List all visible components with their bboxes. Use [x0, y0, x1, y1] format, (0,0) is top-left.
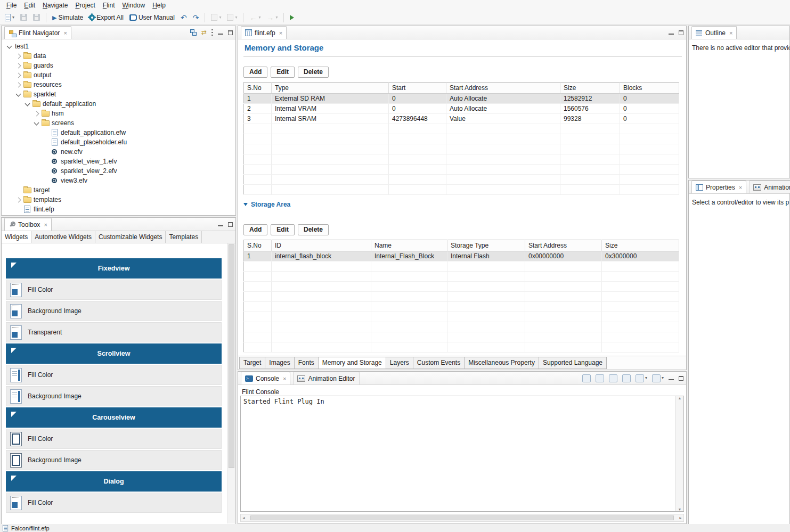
toolbox-tab-widgets[interactable]: Widgets — [2, 231, 31, 243]
toolbox-tab-templates[interactable]: Templates — [166, 231, 202, 243]
maximize-icon[interactable] — [679, 376, 683, 381]
menu-item-navigate[interactable]: Navigate — [39, 1, 71, 10]
new-button[interactable]: ▾ — [3, 13, 16, 22]
widget-category-header[interactable]: Scrollview — [6, 343, 222, 364]
expand-chevron-icon[interactable] — [14, 83, 22, 87]
collapse-chevron-icon[interactable] — [5, 45, 13, 48]
save-all-button[interactable] — [31, 13, 42, 22]
editor-tab-images[interactable]: Images — [265, 357, 294, 369]
animation-tab[interactable]: Animation — [749, 181, 790, 193]
memory-column-header[interactable]: Start — [389, 83, 446, 94]
tree-item[interactable]: flint.efp — [2, 204, 235, 214]
redo-button[interactable]: ↷ — [191, 13, 201, 22]
previous-annotation-button[interactable]: ▾ — [225, 13, 239, 22]
expand-chevron-icon[interactable] — [14, 64, 22, 68]
tree-item[interactable]: test1 — [2, 42, 235, 51]
tree-item[interactable]: resources — [2, 80, 235, 89]
properties-tab[interactable]: Properties × — [691, 181, 746, 193]
maximize-icon[interactable] — [228, 30, 233, 35]
widget-item-fixedview-transparent[interactable]: Transparent — [6, 322, 222, 342]
memory-row[interactable]: 2Internal VRAM0Auto Allocate15605760 — [244, 104, 679, 114]
widget-item-scrollview-fill-color[interactable]: Fill Color — [6, 365, 222, 385]
widget-category-header[interactable]: Carouselview — [6, 407, 222, 428]
widget-item-carouselview-fill-color[interactable]: Fill Color — [6, 429, 222, 449]
scroll-right-icon[interactable]: ► — [679, 516, 682, 520]
toolbox-tab[interactable]: Toolbox × — [4, 218, 52, 231]
pin-console-icon[interactable] — [622, 374, 631, 382]
tree-item[interactable]: sparklet — [2, 89, 235, 99]
scroll-lock-icon[interactable] — [596, 374, 604, 382]
close-icon[interactable]: × — [739, 184, 742, 191]
memory-add-button[interactable]: Add — [243, 67, 267, 78]
user-manual-button[interactable]: User Manual — [128, 13, 176, 22]
storage-column-header[interactable]: Start Address — [525, 240, 602, 251]
tree-item[interactable]: default_application — [2, 99, 235, 109]
storage-delete-button[interactable]: Delete — [298, 224, 329, 235]
close-icon[interactable]: × — [63, 30, 67, 36]
storage-column-header[interactable]: Storage Type — [447, 240, 525, 251]
navigator-tab[interactable]: Flint Navigator × — [4, 26, 71, 39]
minimize-icon[interactable] — [669, 30, 674, 35]
editor-tab[interactable]: flint.efp × — [241, 26, 287, 39]
scroll-left-icon[interactable]: ◄ — [242, 516, 246, 520]
close-icon[interactable]: × — [44, 222, 47, 228]
minimize-icon[interactable] — [669, 376, 674, 380]
scrollbar-thumb[interactable] — [229, 244, 234, 468]
last-edit-location-button[interactable] — [288, 14, 296, 21]
storage-edit-button[interactable]: Edit — [271, 224, 295, 235]
tree-item[interactable]: new.efv — [2, 147, 235, 157]
memory-row[interactable]: 3Internal SRAM4273896448Value993280 — [244, 114, 679, 124]
expand-chevron-icon[interactable] — [14, 54, 22, 58]
editor-tab-fonts[interactable]: Fonts — [294, 357, 319, 369]
maximize-icon[interactable] — [679, 30, 683, 35]
animation-editor-tab[interactable]: Animation Editor — [293, 372, 359, 384]
collapse-chevron-icon[interactable] — [32, 122, 40, 125]
maximize-icon[interactable] — [228, 222, 233, 227]
memory-column-header[interactable]: Blocks — [620, 83, 679, 94]
link-with-editor-icon[interactable]: ⇄ — [201, 29, 207, 36]
close-icon[interactable]: × — [283, 375, 286, 382]
toolbox-tab-automotive-widgets[interactable]: Automotive Widgets — [31, 231, 95, 243]
menu-item-window[interactable]: Window — [119, 1, 148, 10]
word-wrap-icon[interactable] — [609, 374, 617, 382]
console-horizontal-scrollbar[interactable]: ◄ ► — [240, 514, 684, 522]
view-menu-icon[interactable] — [211, 29, 213, 36]
scroll-down-icon[interactable]: ▼ — [678, 508, 682, 511]
outline-tab[interactable]: Outline × — [691, 26, 737, 39]
tree-item[interactable]: data — [2, 51, 235, 61]
tree-item[interactable]: sparklet_view_2.efv — [2, 166, 235, 176]
collapse-all-icon[interactable] — [190, 29, 197, 36]
memory-column-header[interactable]: Type — [272, 83, 389, 94]
export-all-button[interactable]: Export All — [87, 13, 125, 22]
menu-item-flint[interactable]: Flint — [100, 1, 118, 10]
storage-add-button[interactable]: Add — [243, 224, 267, 235]
close-icon[interactable]: × — [729, 30, 732, 36]
menu-item-file[interactable]: File — [3, 1, 20, 10]
undo-button[interactable]: ↶ — [179, 13, 189, 22]
editor-tab-miscellaneous-property[interactable]: Miscellaneous Property — [464, 357, 539, 369]
toolbox-scrollbar[interactable] — [227, 243, 235, 523]
editor-tab-target[interactable]: Target — [239, 357, 265, 369]
tree-item[interactable]: target — [2, 185, 235, 195]
expand-chevron-icon[interactable] — [14, 73, 22, 77]
tree-item[interactable]: default_placeholder.efu — [2, 137, 235, 147]
tree-item[interactable]: templates — [2, 195, 235, 204]
console-output[interactable]: Started Flint Plug In ▲ ▼ — [240, 396, 684, 512]
close-icon[interactable]: × — [279, 30, 282, 36]
minimize-icon[interactable] — [218, 222, 223, 226]
console-vertical-scrollbar[interactable]: ▲ ▼ — [675, 396, 683, 511]
tree-item[interactable]: screens — [2, 118, 235, 128]
expand-chevron-icon[interactable] — [32, 112, 40, 116]
next-annotation-button[interactable]: ▾ — [209, 13, 223, 22]
storage-column-header[interactable]: ID — [272, 240, 371, 251]
collapse-chevron-icon[interactable] — [14, 93, 22, 96]
storage-column-header[interactable]: Name — [371, 240, 447, 251]
memory-row[interactable]: 1External SD RAM0Auto Allocate125829120 — [244, 94, 679, 104]
memory-edit-button[interactable]: Edit — [271, 67, 295, 78]
open-console-button[interactable]: ▾ — [652, 374, 664, 382]
widget-item-scrollview-background-image[interactable]: Background Image — [6, 386, 222, 406]
menu-item-edit[interactable]: Edit — [21, 1, 38, 10]
widget-category-header[interactable]: Dialog — [6, 471, 222, 492]
memory-column-header[interactable]: Start Address — [446, 83, 560, 94]
storage-column-header[interactable]: S.No — [244, 240, 272, 251]
